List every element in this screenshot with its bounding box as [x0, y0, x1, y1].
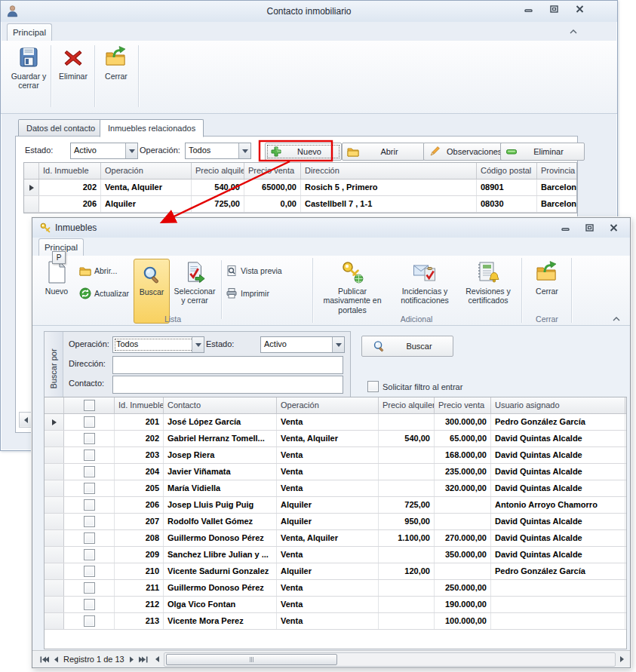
row-checkbox[interactable]: [84, 499, 95, 511]
row-selector[interactable]: [45, 530, 64, 546]
row-selector[interactable]: [24, 180, 39, 195]
row-checkbox-cell[interactable]: [64, 597, 115, 612]
abrir-inmueble-button[interactable]: Abrir...: [79, 265, 117, 277]
eliminar-button[interactable]: Eliminar: [500, 143, 585, 161]
row-checkbox[interactable]: [84, 582, 95, 594]
row-checkbox[interactable]: [84, 416, 95, 428]
row-selector[interactable]: [45, 414, 64, 430]
table-row[interactable]: 205María VidiellaVenta320.000,00David Qu…: [45, 480, 626, 497]
row-selector[interactable]: [45, 464, 64, 480]
delete-button[interactable]: Eliminar: [54, 44, 93, 81]
row-selector[interactable]: [45, 497, 64, 513]
select-all-checkbox[interactable]: [84, 400, 95, 411]
table-row[interactable]: 207Rodolfo Vallet GómezAlquiler950,00Dav…: [45, 514, 626, 530]
collapse-ribbon-icon[interactable]: [569, 29, 578, 35]
collapse-ribbon-icon[interactable]: [612, 316, 621, 322]
table-row[interactable]: 204Javier ViñamataVenta235.000,00David Q…: [45, 464, 626, 480]
column-header[interactable]: Id. Inmueble: [115, 397, 164, 413]
row-checkbox-cell[interactable]: [64, 580, 115, 596]
direccion-input[interactable]: [112, 356, 343, 374]
window-a-titlebar[interactable]: Contacto inmobiliario: [1, 1, 617, 22]
horizontal-scrollbar[interactable]: [164, 652, 616, 667]
row-selector[interactable]: [24, 196, 39, 212]
row-checkbox[interactable]: [84, 483, 95, 494]
publicar-masivamente-button[interactable]: Publicar masivamente en portales: [315, 259, 390, 315]
row-checkbox[interactable]: [84, 516, 95, 527]
cerrar-inmuebles-button[interactable]: Cerrar: [526, 259, 568, 296]
column-header[interactable]: Usuario asignado: [491, 397, 625, 413]
nuevo-inmueble-button[interactable]: Nuevo: [37, 259, 76, 296]
window-a-tab-principal[interactable]: Principal: [7, 23, 52, 41]
row-checkbox-cell[interactable]: [64, 613, 115, 629]
row-checkbox-cell[interactable]: [64, 497, 115, 513]
row-selector[interactable]: [45, 613, 64, 629]
row-selector[interactable]: [45, 597, 64, 612]
row-checkbox-cell[interactable]: [64, 480, 115, 496]
row-selector[interactable]: [45, 480, 64, 496]
maximize-icon[interactable]: [583, 222, 595, 233]
column-header[interactable]: Operación: [277, 397, 379, 413]
row-checkbox[interactable]: [84, 566, 95, 577]
seleccionar-y-cerrar-button[interactable]: Seleccionar y cerrar: [171, 259, 218, 305]
minimize-icon[interactable]: [522, 4, 534, 14]
row-checkbox[interactable]: [84, 615, 95, 627]
table-row[interactable]: 202Gabriel Herranz Tomell...Venta, Alqui…: [45, 431, 626, 447]
record-last-icon[interactable]: [139, 656, 148, 663]
save-and-close-button[interactable]: Guardar y cerrar: [8, 44, 49, 91]
row-checkbox-cell[interactable]: [64, 447, 115, 463]
nuevo-button[interactable]: Nuevo: [265, 143, 342, 161]
table-row[interactable]: 202Venta, Alquiler540,0065000,00Rosich 5…: [24, 180, 576, 196]
table-row[interactable]: 211Guillermo Donoso PérezVenta250.000,00: [45, 580, 626, 597]
record-first-icon[interactable]: [40, 656, 49, 663]
row-selector[interactable]: [45, 580, 64, 596]
close-icon[interactable]: [607, 222, 619, 233]
incidencias-button[interactable]: Incidencias y notificaciones: [393, 259, 456, 305]
column-header[interactable]: Precio venta: [435, 397, 491, 413]
record-prev-icon[interactable]: [54, 656, 59, 663]
row-checkbox[interactable]: [84, 599, 95, 610]
row-checkbox-cell[interactable]: [64, 530, 115, 546]
chevron-down-icon[interactable]: [238, 143, 250, 158]
table-row[interactable]: 209Sanchez Llibre Julian y ...Venta350.0…: [45, 547, 626, 563]
table-row[interactable]: 208Guillermo Donoso PérezVenta, Alquiler…: [45, 530, 626, 547]
row-checkbox-cell[interactable]: [64, 464, 115, 480]
window-b-titlebar[interactable]: Inmuebles: [32, 218, 630, 238]
row-checkbox[interactable]: [84, 466, 95, 477]
table-row[interactable]: 201José López GarcíaVenta300.000,00Pedro…: [45, 414, 626, 431]
chevron-down-icon[interactable]: [332, 337, 344, 352]
row-checkbox-cell[interactable]: [64, 414, 115, 430]
row-selector[interactable]: [45, 563, 64, 579]
row-selector[interactable]: [45, 547, 64, 563]
table-row[interactable]: 206Josep Lluis Puig PuigAlquiler725,00An…: [45, 497, 626, 514]
column-header[interactable]: Precio alquiler: [379, 397, 435, 413]
tab-inmuebles-relacionados[interactable]: Inmuebles relacionados: [100, 119, 204, 137]
close-window-button[interactable]: Cerrar: [97, 44, 135, 81]
scrollbar-thumb[interactable]: [166, 654, 337, 665]
table-row[interactable]: 203Josep RieraVenta168.000,00David Quint…: [45, 447, 626, 464]
column-header[interactable]: Dirección: [301, 163, 477, 179]
table-row[interactable]: 210Vicente Sadurni GonzalezAlquiler120,0…: [45, 563, 626, 580]
column-header[interactable]: Operación: [101, 163, 192, 179]
actualizar-button[interactable]: Actualizar: [79, 287, 129, 299]
row-checkbox[interactable]: [84, 450, 95, 461]
row-checkbox-cell[interactable]: [64, 431, 115, 446]
operacion-combobox[interactable]: Todos: [112, 336, 204, 353]
column-header[interactable]: Precio venta: [244, 163, 301, 179]
scroll-left-icon[interactable]: [20, 413, 32, 426]
column-header[interactable]: Provincia: [537, 163, 577, 179]
row-checkbox[interactable]: [84, 433, 95, 444]
row-checkbox-cell[interactable]: [64, 563, 115, 579]
row-selector[interactable]: [45, 514, 64, 529]
select-all-checkbox-cell[interactable]: [64, 397, 115, 413]
buscar-button[interactable]: Buscar: [361, 336, 453, 357]
estado-combobox[interactable]: Activo: [260, 336, 345, 353]
vista-previa-button[interactable]: Vista previa: [226, 265, 282, 277]
operacion-combobox[interactable]: Todos: [185, 143, 251, 159]
chevron-down-icon[interactable]: [192, 337, 204, 352]
chevron-down-icon[interactable]: [125, 143, 137, 158]
contacto-input[interactable]: [112, 376, 343, 394]
table-row[interactable]: 212Olga Vico FontanVenta190.000,00: [45, 597, 626, 613]
table-row[interactable]: 206Alquiler725,000,00Castellbell 7 , 1-1…: [24, 196, 576, 213]
row-selector[interactable]: [45, 447, 64, 463]
table-row[interactable]: 213Vicente Mora PerezVenta100.000,00: [45, 613, 626, 630]
